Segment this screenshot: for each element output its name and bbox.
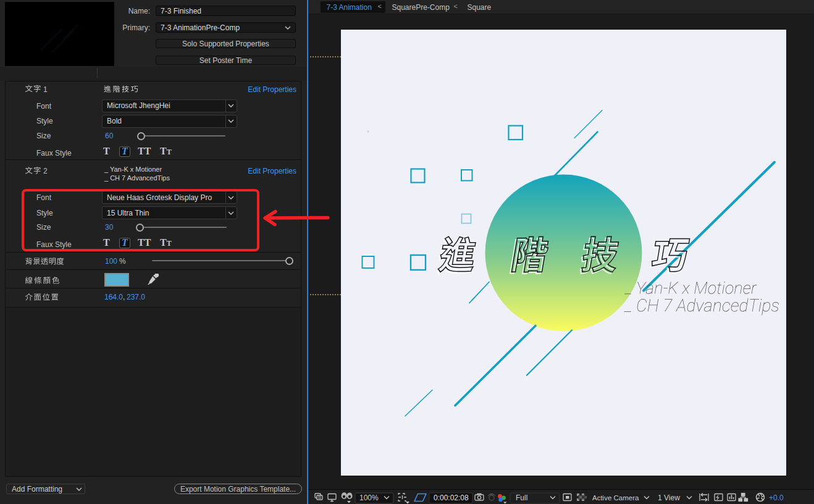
svg-text:Active Camera: Active Camera [592,494,639,502]
svg-text:0:00:02:08: 0:00:02:08 [434,494,469,502]
svg-text:+0.0: +0.0 [769,494,784,502]
svg-text:Full: Full [516,494,527,502]
svg-text:1 View: 1 View [658,494,680,502]
svg-text:100%: 100% [359,494,379,502]
